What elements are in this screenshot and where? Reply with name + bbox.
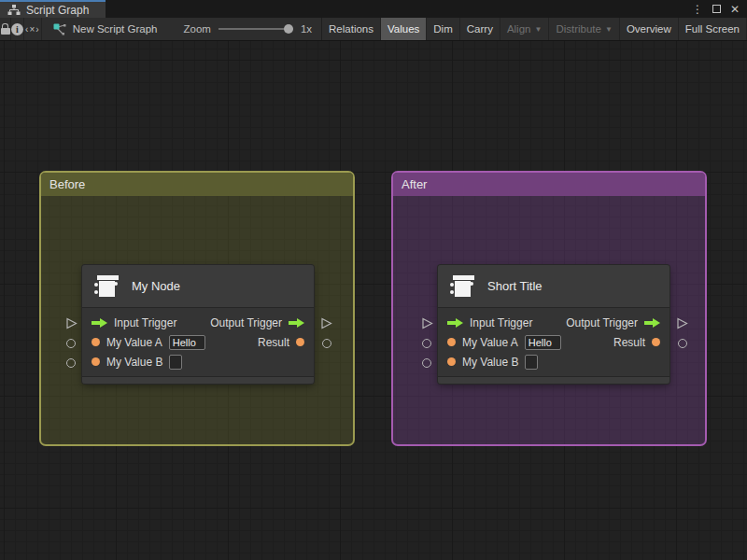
- port-label: Output Trigger: [210, 316, 282, 329]
- fullscreen-button[interactable]: Full Screen: [679, 18, 747, 40]
- close-icon[interactable]: ✕: [730, 4, 740, 15]
- flow-out-port-icon[interactable]: [644, 318, 660, 328]
- maximize-icon[interactable]: [712, 5, 721, 13]
- result-connector[interactable]: [678, 339, 687, 348]
- flow-out-connector[interactable]: [320, 317, 332, 329]
- code-preview-button[interactable]: ‹×›: [24, 18, 42, 40]
- tab-script-graph[interactable]: Script Graph: [0, 0, 106, 18]
- chevron-down-icon: ▼: [534, 26, 542, 34]
- value-b-connector[interactable]: [422, 358, 431, 368]
- tab-label: Script Graph: [26, 4, 89, 17]
- distribute-button[interactable]: Distribute▼: [549, 18, 620, 40]
- result-connector[interactable]: [322, 339, 331, 348]
- node-ports: Input Trigger Output Trigger My Value A: [82, 308, 314, 376]
- result-port-icon[interactable]: [296, 338, 304, 346]
- tab-bar: Script Graph ⋮ ✕: [0, 0, 747, 18]
- port-label: My Value B: [462, 356, 518, 369]
- value-a-port-icon[interactable]: [447, 338, 456, 346]
- value-b-port-icon[interactable]: [447, 357, 456, 366]
- overview-button[interactable]: Overview: [620, 18, 679, 40]
- lock-button[interactable]: [0, 18, 11, 40]
- zoom-slider-handle[interactable]: [284, 24, 293, 34]
- more-menu-icon[interactable]: ⋮: [692, 4, 703, 15]
- node-header[interactable]: My Node: [82, 265, 314, 308]
- group-title: Before: [49, 177, 85, 191]
- node-footer: [438, 376, 669, 384]
- node-my-node[interactable]: My Node Input Trigger Output Trigger: [82, 265, 314, 384]
- unit-icon: [94, 274, 120, 298]
- window-controls: ⋮ ✕: [692, 0, 747, 18]
- value-a-port-icon[interactable]: [92, 338, 100, 346]
- value-a-connector[interactable]: [422, 339, 431, 348]
- chevron-down-icon: ▼: [605, 26, 613, 34]
- group-header[interactable]: Before: [41, 173, 353, 196]
- graph-name-label: New Script Graph: [73, 23, 158, 35]
- node-footer: [82, 376, 314, 384]
- node-ports: Input Trigger Output Trigger My Value A: [438, 308, 669, 376]
- dim-button[interactable]: Dim: [427, 18, 459, 40]
- graph-canvas[interactable]: Before My Node: [0, 41, 747, 560]
- node-title: My Node: [132, 279, 180, 293]
- relations-button[interactable]: Relations: [322, 18, 381, 40]
- carry-button[interactable]: Carry: [460, 18, 500, 40]
- code-icon: ‹×›: [25, 24, 40, 35]
- zoom-value: 1x: [301, 23, 312, 35]
- align-button[interactable]: Align▼: [500, 18, 550, 40]
- flow-in-port-icon[interactable]: [92, 318, 107, 328]
- toolbar-toggle-buttons: Relations Values Dim Carry Align▼ Distri…: [321, 18, 747, 40]
- graph-toolbar: i ‹×› New Script Graph Zoom 1x Relations…: [0, 18, 747, 41]
- unit-icon: [450, 274, 475, 298]
- graph-asset-title[interactable]: New Script Graph: [42, 18, 167, 40]
- group-header[interactable]: After: [393, 173, 705, 196]
- port-label: Result: [613, 336, 645, 349]
- flow-in-port-icon[interactable]: [447, 318, 463, 328]
- graph-asset-icon: [53, 23, 66, 35]
- zoom-slider[interactable]: [218, 23, 293, 35]
- flow-in-connector[interactable]: [421, 317, 433, 329]
- group-after[interactable]: After Short Title: [391, 171, 707, 446]
- value-a-connector[interactable]: [66, 339, 76, 348]
- port-label: My Value B: [106, 356, 162, 369]
- value-b-input[interactable]: [169, 355, 182, 370]
- inspector-button[interactable]: i: [11, 18, 24, 40]
- value-b-connector[interactable]: [66, 358, 76, 368]
- values-button[interactable]: Values: [381, 18, 427, 40]
- node-header[interactable]: Short Title: [438, 265, 669, 308]
- node-title: Short Title: [487, 279, 543, 293]
- port-label: Input Trigger: [470, 316, 532, 329]
- value-a-input[interactable]: [169, 335, 205, 350]
- script-graph-icon: [7, 5, 21, 16]
- flow-out-connector[interactable]: [676, 317, 688, 329]
- group-before[interactable]: Before My Node: [39, 171, 355, 446]
- lock-icon: [0, 23, 10, 35]
- zoom-slider-track: [218, 28, 293, 30]
- port-label: Output Trigger: [566, 316, 638, 329]
- result-port-icon[interactable]: [652, 338, 660, 346]
- port-label: My Value A: [462, 336, 518, 349]
- flow-out-port-icon[interactable]: [289, 318, 304, 328]
- value-a-input[interactable]: [525, 335, 561, 350]
- info-icon: i: [11, 23, 23, 35]
- value-b-port-icon[interactable]: [92, 357, 100, 366]
- flow-in-connector[interactable]: [65, 317, 78, 329]
- zoom-control: Zoom 1x: [166, 18, 321, 40]
- port-label: Result: [258, 336, 289, 349]
- port-label: Input Trigger: [114, 316, 176, 329]
- zoom-label: Zoom: [183, 23, 210, 35]
- script-graph-window: Script Graph ⋮ ✕ i ‹×› New Script Graph: [0, 0, 747, 560]
- port-label: My Value A: [106, 336, 162, 349]
- group-title: After: [402, 177, 427, 191]
- value-b-input[interactable]: [525, 355, 538, 370]
- node-short-title[interactable]: Short Title Input Trigger Output Trigger: [438, 265, 669, 384]
